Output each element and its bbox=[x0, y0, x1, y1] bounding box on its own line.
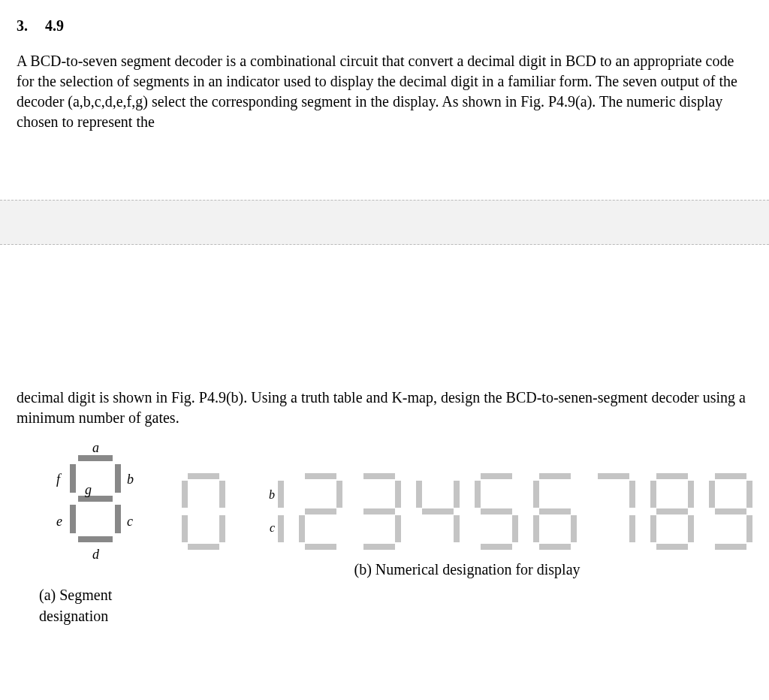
digit-8-seg-e bbox=[650, 515, 656, 542]
digit-6-seg-e bbox=[533, 515, 539, 542]
page-content: 3. 4.9 A BCD-to-seven segment decoder is… bbox=[0, 0, 769, 656]
digit-3-seg-c bbox=[395, 515, 401, 542]
digit-5-seg-c bbox=[512, 515, 518, 542]
figure-a: a f b g e c d (a) Segment designation bbox=[17, 440, 152, 626]
segment-g-bar bbox=[78, 496, 113, 502]
digit-2-seg-b bbox=[336, 481, 342, 508]
digit-7-seg-a bbox=[598, 473, 629, 479]
digit-9-seg-c bbox=[746, 515, 752, 542]
segment-d-bar bbox=[78, 536, 113, 542]
caption-b: (b) Numerical designation for display bbox=[182, 559, 752, 580]
digit-9-seg-d bbox=[715, 544, 746, 550]
digit-1-label-c: c bbox=[270, 520, 275, 536]
segment-c-bar bbox=[115, 505, 121, 533]
page-break-band bbox=[0, 200, 769, 245]
digit-8-seg-g bbox=[656, 508, 688, 514]
digit-9-seg-a bbox=[715, 473, 746, 479]
problem-heading: 3. 4.9 bbox=[17, 15, 752, 36]
digit-4-seg-c bbox=[454, 515, 460, 542]
digit-9-seg-g bbox=[715, 508, 746, 514]
digit-3-seg-b bbox=[395, 481, 401, 508]
digit-2-seg-g bbox=[305, 508, 336, 514]
label-g: g bbox=[85, 481, 92, 499]
digit-4-seg-b bbox=[454, 481, 460, 508]
digit-3-seg-d bbox=[363, 544, 395, 550]
digit-6-seg-a bbox=[539, 473, 571, 479]
digit-3-seg-g bbox=[363, 508, 395, 514]
figure-row: a f b g e c d (a) Segment designation bc… bbox=[17, 440, 752, 626]
problem-number: 3. bbox=[17, 15, 28, 36]
digit-0 bbox=[182, 473, 225, 550]
digit-6-seg-f bbox=[533, 481, 539, 508]
digit-3-seg-a bbox=[363, 473, 395, 479]
digit-5-seg-d bbox=[481, 544, 512, 550]
digit-4-seg-g bbox=[422, 508, 454, 514]
digit-0-seg-d bbox=[188, 544, 219, 550]
paragraph-2: decimal digit is shown in Fig. P4.9(b). … bbox=[17, 388, 752, 428]
digit-8-seg-d bbox=[656, 544, 688, 550]
digit-0-seg-b bbox=[219, 481, 225, 508]
label-b: b bbox=[127, 470, 134, 489]
digit-1: bc bbox=[240, 473, 284, 550]
digit-4 bbox=[416, 473, 460, 550]
digit-0-seg-f bbox=[182, 481, 188, 508]
digit-5-seg-g bbox=[481, 508, 512, 514]
segment-b-bar bbox=[115, 464, 121, 493]
figure-b: bc (b) Numerical designation for display bbox=[182, 440, 752, 580]
digit-0-seg-e bbox=[182, 515, 188, 542]
segment-e-bar bbox=[70, 505, 76, 533]
digit-6-seg-g bbox=[539, 508, 571, 514]
digit-6 bbox=[533, 473, 577, 550]
digit-9-seg-f bbox=[709, 481, 715, 508]
digit-7-seg-c bbox=[629, 515, 635, 542]
segment-f-bar bbox=[70, 464, 76, 493]
digit-2-seg-d bbox=[305, 544, 336, 550]
digit-4-seg-f bbox=[416, 481, 422, 508]
digit-7-seg-b bbox=[629, 481, 635, 508]
digit-0-seg-a bbox=[188, 473, 219, 479]
digit-8 bbox=[650, 473, 694, 550]
digit-1-seg-b bbox=[278, 481, 284, 508]
label-e: e bbox=[56, 512, 62, 531]
label-a: a bbox=[92, 439, 99, 457]
digit-1-label-b: b bbox=[269, 487, 275, 503]
digit-2 bbox=[299, 473, 342, 550]
digit-2-seg-a bbox=[305, 473, 336, 479]
digit-8-seg-a bbox=[656, 473, 688, 479]
digit-7 bbox=[592, 473, 635, 550]
digit-1-seg-c bbox=[278, 515, 284, 542]
digit-2-seg-e bbox=[299, 515, 305, 542]
digit-6-seg-c bbox=[571, 515, 577, 542]
problem-ref: 4.9 bbox=[45, 17, 64, 34]
label-f: f bbox=[56, 470, 60, 489]
digit-9 bbox=[709, 473, 752, 550]
digit-5-seg-f bbox=[475, 481, 481, 508]
digit-3 bbox=[357, 473, 401, 550]
label-d: d bbox=[92, 545, 99, 564]
label-c: c bbox=[127, 512, 133, 531]
caption-a: (a) Segment designation bbox=[39, 584, 152, 626]
paragraph-1: A BCD-to-seven segment decoder is a comb… bbox=[17, 51, 752, 132]
segment-diagram: a f b g e c d bbox=[43, 440, 148, 575]
spacer bbox=[17, 245, 752, 388]
digit-0-seg-c bbox=[219, 515, 225, 542]
digit-6-seg-d bbox=[539, 544, 571, 550]
digit-8-seg-b bbox=[688, 481, 694, 508]
digit-5-seg-a bbox=[481, 473, 512, 479]
digit-8-seg-f bbox=[650, 481, 656, 508]
digit-9-seg-b bbox=[746, 481, 752, 508]
digit-5 bbox=[475, 473, 518, 550]
digit-strip: bc bbox=[182, 473, 752, 550]
digit-8-seg-c bbox=[688, 515, 694, 542]
